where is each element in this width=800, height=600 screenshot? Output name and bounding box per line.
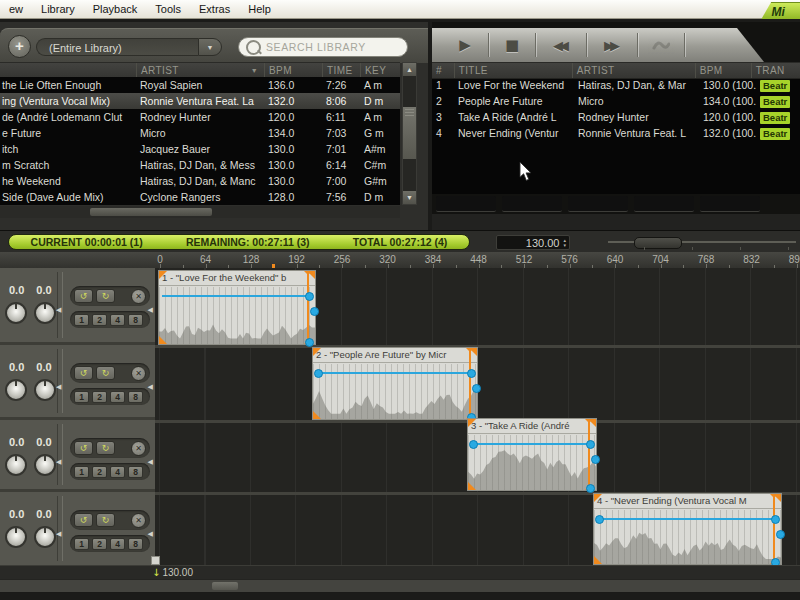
remove-loop-button[interactable]: ✕ [131, 289, 146, 304]
library-track-row[interactable]: Side (Dave Aude Mix)Cyclone Rangers128.0… [0, 189, 400, 205]
library-hscroll-thumb[interactable] [90, 208, 212, 216]
volume-handle[interactable] [310, 307, 319, 316]
add-playlist-button[interactable]: + [8, 35, 31, 58]
eq-knob[interactable] [34, 302, 56, 324]
volume-handle[interactable] [305, 292, 314, 301]
collapse-left-icon[interactable]: ◀ [56, 383, 61, 391]
loop-length-button-2[interactable]: 2 [92, 466, 107, 478]
volume-line[interactable] [162, 295, 306, 297]
library-column-header-artist[interactable]: ARTIST▼ [136, 63, 264, 78]
volume-handle[interactable] [305, 338, 314, 347]
collapse-left-icon[interactable]: ◀ [56, 306, 61, 314]
timeline-horizontal-scrollbar[interactable] [0, 579, 800, 593]
remove-loop-button[interactable]: ✕ [131, 441, 146, 456]
clip-outro-marker[interactable] [588, 419, 590, 490]
volume-knob[interactable] [5, 454, 27, 476]
loop-length-button-4[interactable]: 4 [110, 391, 125, 403]
play-button[interactable]: ▶ [442, 32, 488, 58]
playlist-column-header-title[interactable]: TITLE [454, 63, 572, 78]
menu-item-library[interactable]: Library [32, 2, 84, 16]
playlist-track-row[interactable]: 1Love For the WeekendHatiras, DJ Dan, & … [432, 77, 800, 93]
volume-line[interactable] [471, 443, 587, 445]
transition-badge[interactable]: Beatr [760, 112, 790, 124]
next-button[interactable]: ▶▶ [587, 32, 637, 58]
loop-forward-button[interactable]: ↻ [96, 441, 115, 455]
eq-knob[interactable] [34, 379, 56, 401]
tempo-marker[interactable]: ↓ 130.00 [152, 567, 193, 578]
loop-forward-button[interactable]: ↻ [96, 513, 115, 527]
timeline-clip[interactable]: 2 - "People Are Future" by Micr [312, 347, 478, 420]
library-column-header-time[interactable]: TIME [322, 63, 360, 78]
loop-length-button-4[interactable]: 4 [110, 314, 125, 326]
bpm-stepper-icon[interactable]: ▴▾ [563, 238, 569, 248]
timeline-clip[interactable]: 3 - "Take A Ride (André [467, 418, 597, 491]
tempo-slider[interactable] [608, 235, 796, 250]
loop-back-button[interactable]: ↺ [74, 366, 93, 380]
playlist-slot[interactable] [502, 196, 562, 212]
volume-handle[interactable] [469, 440, 478, 449]
menu-item-extras[interactable]: Extras [190, 2, 239, 16]
collapse-right-icon[interactable]: ◀ [148, 383, 153, 391]
playlist-track-row[interactable]: 3Take A Ride (André LRodney Hunter120.0 … [432, 109, 800, 125]
loop-forward-button[interactable]: ↻ [96, 289, 115, 303]
library-track-row[interactable]: ing (Ventura Vocal Mix)Ronnie Ventura Fe… [0, 93, 400, 109]
eq-knob[interactable] [34, 454, 56, 476]
library-horizontal-scrollbar[interactable] [0, 206, 400, 218]
volume-knob[interactable] [5, 379, 27, 401]
library-track-row[interactable]: the Lie Often EnoughRoyal Sapien136.07:2… [0, 77, 400, 93]
timeline-clip[interactable]: 4 - "Never Ending (Ventura Vocal M [593, 493, 782, 565]
playlist-column-header-bpm[interactable]: BPM [695, 63, 751, 78]
loop-forward-button[interactable]: ↻ [96, 366, 115, 380]
playlist-track-row[interactable]: 2People Are FutureMicro134.0 (100.0Beatr [432, 93, 800, 109]
loop-back-button[interactable]: ↺ [74, 441, 93, 455]
collection-dropdown[interactable]: (Entire Library) [36, 38, 198, 56]
volume-handle[interactable] [771, 515, 780, 524]
collapse-right-icon[interactable]: ◀ [148, 530, 153, 538]
library-track-row[interactable]: he WeekendHatiras, DJ Dan, & Manc130.07:… [0, 173, 400, 189]
library-vertical-scrollbar[interactable]: ▲ ▼ [402, 62, 417, 205]
loop-length-button-4[interactable]: 4 [110, 466, 125, 478]
volume-line[interactable] [597, 518, 772, 520]
eq-knob[interactable] [34, 526, 56, 548]
loop-back-button[interactable]: ↺ [74, 289, 93, 303]
loop-length-button-1[interactable]: 1 [74, 538, 89, 550]
library-track-row[interactable]: m ScratchHatiras, DJ Dan, & Mess130.06:1… [0, 157, 400, 173]
clip-outro-marker[interactable] [307, 271, 309, 344]
volume-handle[interactable] [586, 484, 595, 493]
tempo-slider-thumb[interactable] [634, 237, 682, 249]
collapse-right-icon[interactable]: ◀ [148, 306, 153, 314]
transition-badge[interactable]: Beatr [760, 128, 790, 140]
playlist-column-header-tran[interactable]: TRAN [751, 63, 800, 78]
menu-item-tools[interactable]: Tools [146, 2, 190, 16]
volume-handle[interactable] [776, 530, 785, 539]
timeline-clip[interactable]: 1 - "Love For the Weekend" b [158, 270, 316, 345]
volume-handle[interactable] [771, 558, 780, 565]
library-column-header-key[interactable]: KEY [360, 63, 400, 78]
loop-length-button-1[interactable]: 1 [74, 391, 89, 403]
library-search-input[interactable]: SEARCH LIBRARY [238, 37, 408, 57]
playlist-slot[interactable] [700, 196, 760, 212]
playlist-column-header-artist[interactable]: ARTIST [572, 63, 695, 78]
volume-knob[interactable] [5, 302, 27, 324]
library-column-header-title[interactable] [0, 63, 136, 78]
loop-length-button-8[interactable]: 8 [128, 391, 143, 403]
collection-dropdown-arrow[interactable]: ▼ [198, 38, 222, 56]
master-bpm-field[interactable]: 130.00 ▴▾ [496, 235, 570, 250]
library-track-row[interactable]: e FutureMicro134.07:03G m [0, 125, 400, 141]
volume-handle[interactable] [472, 384, 481, 393]
scroll-down-icon[interactable]: ▼ [403, 191, 416, 204]
menu-item-help[interactable]: Help [239, 2, 280, 16]
timeline-tracks[interactable]: 1 - "Love For the Weekend" b2 - "People … [155, 268, 800, 565]
loop-length-button-2[interactable]: 2 [92, 538, 107, 550]
clip-outro-marker[interactable] [773, 494, 775, 564]
remove-loop-button[interactable]: ✕ [131, 513, 146, 528]
scroll-up-icon[interactable]: ▲ [403, 63, 416, 76]
loop-length-button-8[interactable]: 8 [128, 538, 143, 550]
previous-button[interactable]: ◀◀ [536, 32, 586, 58]
loop-length-button-2[interactable]: 2 [92, 314, 107, 326]
menu-item-ew[interactable]: ew [0, 2, 32, 16]
loop-length-button-4[interactable]: 4 [110, 538, 125, 550]
library-track-row[interactable]: de (André Lodemann ClutRodney Hunter120.… [0, 109, 400, 125]
clip-outro-marker[interactable] [469, 348, 471, 419]
playlist-column-header-num[interactable]: # [432, 63, 454, 78]
